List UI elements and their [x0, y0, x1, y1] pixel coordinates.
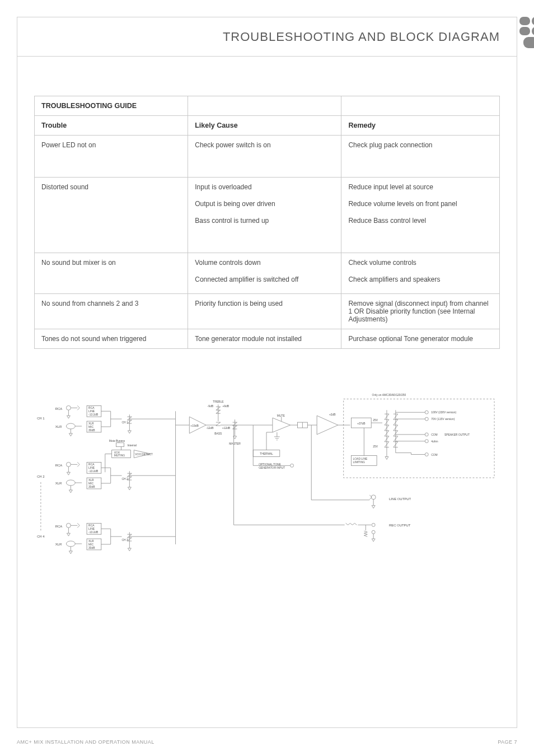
svg-point-0: [66, 405, 71, 410]
svg-marker-49: [69, 551, 72, 554]
cell-trouble: No sound from channels 2 and 3: [35, 294, 188, 329]
svg-point-97: [425, 417, 428, 421]
xlr-label: XLR: [55, 482, 62, 485]
out-70v: 70V (115V version): [431, 418, 455, 421]
col-trouble: Trouble: [35, 116, 188, 136]
table-row: Power LED not on Check power switch is o…: [35, 136, 500, 178]
out-4ohm: 4ohm: [431, 440, 438, 443]
rec-output: REC OUTPUT: [389, 524, 411, 527]
svg-point-103: [425, 453, 428, 456]
svg-point-101: [425, 440, 428, 443]
ch4-label: CH 4: [37, 535, 45, 538]
col-cause: Likely Cause: [188, 116, 341, 136]
svg-marker-29: [69, 490, 72, 493]
cell-remedy: Check volume controls Check amplifiers a…: [341, 253, 500, 294]
tap25-2: 25V: [373, 445, 378, 448]
table-row: Distorted sound Input is overloaded Outp…: [35, 178, 500, 253]
svg-marker-45: [67, 533, 70, 536]
optional-tone-input: OPTIONAL TONEGENERATOR INPUT: [259, 463, 285, 469]
table-row: No sound but mixer is on Volume controls…: [35, 253, 500, 294]
line-output: LINE OUTPUT: [389, 497, 411, 501]
table-header-row: TROUBLESHOOTING GUIDE: [35, 96, 500, 116]
page-footer: AMC+ MIX INSTALLATION AND OPERATION MANU…: [17, 739, 517, 745]
svg-rect-17: [116, 443, 124, 447]
rca-label: RCA: [55, 464, 63, 467]
table-columns-row: Trouble Likely Cause Remedy: [35, 116, 500, 136]
footer-right: PAGE 7: [498, 739, 517, 745]
svg-marker-93: [385, 457, 388, 460]
svg-marker-113: [372, 506, 375, 508]
rca-label: RCA: [55, 407, 63, 410]
out-com1: COM: [431, 433, 438, 436]
cell-remedy: Reduce input level at source Reduce volu…: [341, 178, 500, 253]
table-row: Tones do not sound when triggered Tone g…: [35, 329, 500, 349]
page-content: TROUBLESHOOTING GUIDE Trouble Likely Cau…: [17, 57, 517, 601]
page-frame: TROUBLESHOOTING AND BLOCK DIAGRAM TROUBL…: [17, 17, 517, 728]
cell-trouble: Tones do not sound when triggered: [35, 329, 188, 349]
svg-point-4: [66, 423, 75, 429]
cell-trouble: Distorted sound: [35, 178, 188, 253]
svg-marker-87: [317, 416, 338, 435]
cell-cause: Volume controls down Connected amplifier…: [188, 253, 341, 294]
tap25-1: 25V: [373, 419, 378, 422]
brand-logo-icon: [517, 17, 534, 53]
xlr-label: XLR: [55, 543, 62, 546]
vox-detect: VOX DETECT: [135, 453, 153, 456]
treble-label: TREBLE: [213, 400, 224, 403]
mute-bypass: Mute Bypass: [109, 440, 125, 442]
cell-trouble: No sound but mixer is on: [35, 253, 188, 294]
plus37db: +37dB: [357, 422, 366, 425]
cell-cause: Check power switch is on: [188, 136, 341, 178]
page-title: TROUBLESHOOTING AND BLOCK DIAGRAM: [223, 30, 500, 44]
mute-label: MUTE: [277, 414, 285, 417]
bass-label: BASS: [214, 432, 222, 435]
cell-cause: Priority function is being used: [188, 294, 341, 329]
svg-marker-40: [128, 487, 131, 490]
plus2db: +2dB: [329, 413, 336, 416]
svg-point-117: [372, 523, 375, 526]
col-remedy: Remedy: [341, 116, 500, 136]
svg-point-84: [291, 464, 294, 467]
svg-point-27: [66, 480, 75, 486]
svg-marker-15: [128, 431, 131, 433]
troubleshooting-table: TROUBLESHOOTING GUIDE Trouble Likely Cau…: [34, 96, 500, 349]
svg-marker-6: [69, 433, 72, 436]
svg-point-47: [66, 541, 75, 547]
ch1-label: CH 1: [37, 417, 45, 420]
cell-cause: Tone generator module not installed: [188, 329, 341, 349]
out-100v: 100V (230V version): [431, 411, 456, 414]
svg-marker-60: [128, 548, 131, 551]
thermal: THERMAL: [260, 452, 273, 455]
svg-point-119: [372, 530, 375, 534]
svg-marker-121: [372, 539, 375, 542]
svg-point-23: [66, 462, 71, 466]
page-header: TROUBLESHOOTING AND BLOCK DIAGRAM: [17, 17, 517, 57]
ch2-label: CH 2: [37, 475, 45, 478]
empty-header: [188, 96, 341, 116]
table-section-label: TROUBLESHOOTING GUIDE: [35, 96, 188, 116]
empty-header: [341, 96, 500, 116]
internal: Internal: [127, 444, 136, 447]
bass-range: -12dB +12dB: [206, 427, 230, 430]
block-diagram-svg: CH 1 RCA XLR RCALINE-13.2dB XLRMIC30dB C…: [34, 388, 500, 584]
xlr-label: XLR: [55, 425, 62, 428]
master-label: MASTER: [229, 442, 241, 445]
cell-cause: Input is overloaded Output is being over…: [188, 178, 341, 253]
preamp-gain: +19dB: [190, 424, 199, 427]
svg-marker-25: [67, 472, 70, 475]
cell-trouble: Power LED not on: [35, 136, 188, 178]
cell-remedy: Check plug pack connection: [341, 136, 500, 178]
cell-remedy: Remove signal (disconnect input) from ch…: [341, 294, 500, 329]
out-speaker: SPEAKER OUTPUT: [444, 433, 470, 436]
block-diagram: CH 1 RCA XLR RCALINE-13.2dB XLRMIC30dB C…: [34, 388, 500, 584]
cell-remedy: Purchase optional Tone generator module: [341, 329, 500, 349]
footer-left: AMC+ MIX INSTALLATION AND OPERATION MANU…: [17, 739, 154, 745]
table-row: No sound from channels 2 and 3 Priority …: [35, 294, 500, 329]
out-com2: COM: [431, 454, 438, 456]
svg-point-99: [425, 433, 428, 436]
svg-point-95: [425, 410, 428, 414]
top-note: Only on AMC30/60/120/250: [372, 394, 406, 396]
rca-label: RCA: [55, 525, 63, 528]
svg-marker-2: [67, 416, 70, 418]
svg-point-43: [66, 523, 71, 528]
